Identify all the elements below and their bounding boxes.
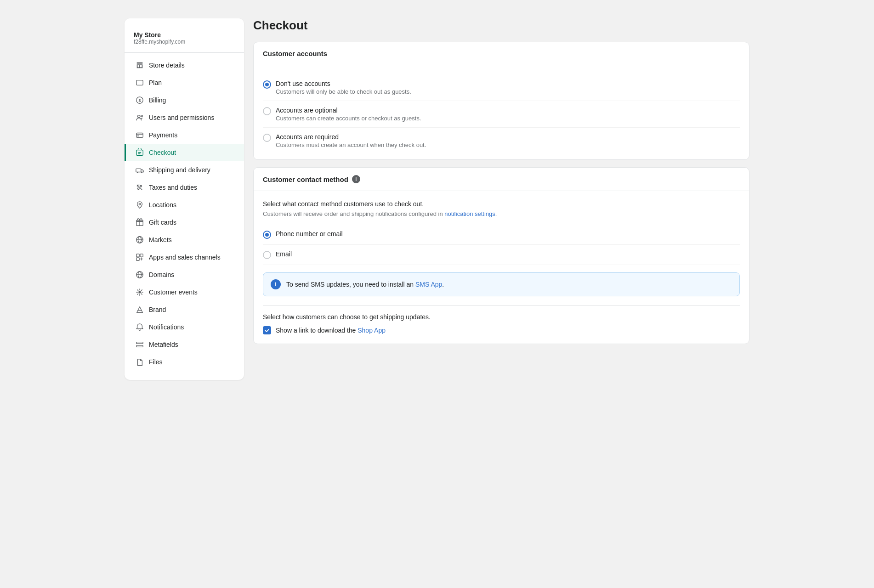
radio-email-circle[interactable]: [263, 251, 271, 259]
plan-icon: [135, 78, 144, 87]
apps-icon: [135, 253, 144, 262]
info-icon[interactable]: i: [352, 175, 360, 183]
sms-info-box: i To send SMS updates, you need to insta…: [263, 272, 740, 296]
radio-phone-email-label: Phone number or email: [276, 230, 343, 237]
svg-rect-8: [136, 169, 141, 172]
sidebar-label-payments: Payments: [149, 131, 177, 139]
sidebar-item-apps[interactable]: Apps and sales channels: [125, 249, 244, 266]
shop-app-checkbox-text: Show a link to download the Shop App: [276, 327, 386, 334]
sidebar-item-domains[interactable]: Domains: [125, 266, 244, 283]
sidebar-label-domains: Domains: [149, 271, 174, 278]
radio-accounts-required[interactable]: Accounts are required Customers must cre…: [263, 128, 740, 150]
sidebar-label-store-details: Store details: [149, 62, 185, 69]
svg-point-3: [138, 115, 140, 118]
sidebar: My Store f28ffe.myshopify.com Store deta…: [125, 18, 244, 380]
sidebar-label-plan: Plan: [149, 79, 162, 86]
svg-rect-17: [136, 254, 139, 257]
files-icon: [135, 357, 144, 367]
svg-text:$: $: [138, 98, 141, 103]
svg-point-11: [140, 186, 142, 187]
radio-optional-content: Accounts are optional Customers can crea…: [276, 107, 421, 122]
markets-icon: [135, 235, 144, 244]
store-info: My Store f28ffe.myshopify.com: [125, 28, 244, 53]
users-icon: [135, 113, 144, 122]
radio-dont-use-label: Don't use accounts: [276, 80, 411, 87]
contact-description: Select what contact method customers use…: [263, 200, 740, 208]
checkout-icon: [135, 148, 144, 157]
customer-accounts-heading: Customer accounts: [254, 42, 749, 65]
sidebar-item-payments[interactable]: Payments: [125, 126, 244, 144]
shipping-updates-section: Select how customers can choose to get s…: [263, 305, 740, 334]
customer-accounts-card: Customer accounts Don't use accounts Cus…: [253, 42, 749, 160]
sidebar-item-gift-cards[interactable]: Gift cards: [125, 214, 244, 231]
sidebar-label-checkout: Checkout: [149, 149, 176, 156]
svg-rect-23: [136, 345, 143, 347]
sidebar-label-shipping: Shipping and delivery: [149, 166, 210, 174]
radio-phone-email[interactable]: Phone number or email: [263, 225, 740, 245]
radio-optional-circle[interactable]: [263, 107, 271, 115]
customer-contact-body: Select what contact method customers use…: [254, 191, 749, 344]
sidebar-item-checkout[interactable]: Checkout: [125, 144, 244, 161]
radio-dont-use-desc: Customers will only be able to check out…: [276, 88, 411, 95]
radio-email-label: Email: [276, 250, 292, 258]
domains-icon: [135, 270, 144, 279]
shop-app-link[interactable]: Shop App: [358, 327, 386, 334]
locations-icon: [135, 200, 144, 209]
sidebar-label-apps: Apps and sales channels: [149, 254, 221, 261]
sidebar-item-markets[interactable]: Markets: [125, 231, 244, 249]
sidebar-item-locations[interactable]: Locations: [125, 196, 244, 214]
sidebar-item-notifications[interactable]: Notifications: [125, 318, 244, 336]
payments-icon: [135, 130, 144, 140]
sidebar-item-users[interactable]: Users and permissions: [125, 109, 244, 126]
svg-rect-19: [136, 258, 139, 260]
sidebar-label-customer-events: Customer events: [149, 288, 198, 296]
notifications-icon: [135, 322, 144, 332]
radio-optional-desc: Customers can create accounts or checkou…: [276, 115, 421, 122]
billing-icon: $: [135, 96, 144, 105]
sidebar-item-plan[interactable]: Plan: [125, 74, 244, 91]
radio-dont-use-accounts[interactable]: Don't use accounts Customers will only b…: [263, 74, 740, 101]
events-icon: [135, 288, 144, 297]
sms-app-link[interactable]: SMS App: [415, 281, 442, 288]
customer-contact-heading: Customer contact method i: [254, 168, 749, 191]
svg-point-12: [138, 188, 140, 190]
sidebar-item-billing[interactable]: $ Billing: [125, 91, 244, 109]
sidebar-item-brand[interactable]: Brand: [125, 301, 244, 318]
svg-rect-18: [140, 254, 143, 257]
radio-dont-use-content: Don't use accounts Customers will only b…: [276, 80, 411, 95]
sidebar-label-notifications: Notifications: [149, 323, 184, 331]
sidebar-item-taxes[interactable]: Taxes and duties: [125, 179, 244, 196]
sidebar-label-billing: Billing: [149, 96, 166, 104]
sms-info-text: To send SMS updates, you need to install…: [286, 281, 444, 288]
store-name: My Store: [134, 31, 235, 39]
sidebar-item-shipping[interactable]: Shipping and delivery: [125, 161, 244, 179]
sidebar-item-store-details[interactable]: Store details: [125, 57, 244, 74]
svg-rect-6: [137, 136, 139, 136]
sidebar-item-customer-events[interactable]: Customer events: [125, 283, 244, 301]
sidebar-label-files: Files: [149, 358, 163, 366]
svg-rect-22: [136, 342, 143, 344]
taxes-icon: [135, 183, 144, 192]
shipping-updates-label: Select how customers can choose to get s…: [263, 313, 740, 321]
sidebar-item-metafields[interactable]: Metafields: [125, 336, 244, 353]
sidebar-label-locations: Locations: [149, 201, 176, 209]
sidebar-label-users: Users and permissions: [149, 114, 214, 121]
sidebar-item-files[interactable]: Files: [125, 353, 244, 371]
radio-required-circle[interactable]: [263, 134, 271, 142]
shop-app-checkbox-row[interactable]: Show a link to download the Shop App: [263, 326, 740, 334]
notification-settings-link[interactable]: notification settings: [444, 210, 495, 217]
sms-info-icon: i: [271, 279, 281, 289]
svg-point-13: [139, 203, 141, 205]
radio-accounts-optional[interactable]: Accounts are optional Customers can crea…: [263, 101, 740, 128]
svg-rect-5: [136, 133, 143, 138]
radio-optional-label: Accounts are optional: [276, 107, 421, 114]
shop-app-checkbox[interactable]: [263, 326, 271, 334]
radio-email-only[interactable]: Email: [263, 245, 740, 265]
page-title: Checkout: [253, 18, 749, 33]
metafields-icon: [135, 340, 144, 349]
radio-phone-email-circle[interactable]: [263, 231, 271, 239]
radio-dont-use-circle[interactable]: [263, 80, 271, 89]
main-content: Checkout Customer accounts Don't use acc…: [253, 18, 749, 570]
radio-required-content: Accounts are required Customers must cre…: [276, 133, 426, 148]
svg-point-9: [137, 172, 138, 173]
